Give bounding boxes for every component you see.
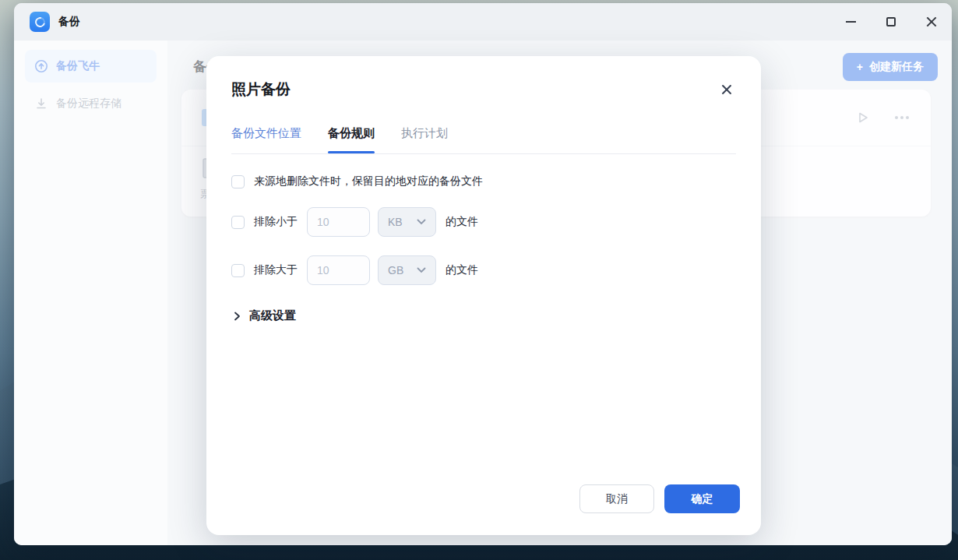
window-title: 备份 (58, 15, 80, 29)
window-controls (830, 3, 952, 41)
titlebar: 备份 (14, 3, 952, 41)
close-button[interactable] (911, 3, 952, 41)
maximize-button[interactable] (871, 3, 911, 41)
cancel-button[interactable]: 取消 (579, 484, 654, 513)
confirm-button[interactable]: 确定 (664, 484, 740, 513)
advanced-settings-toggle[interactable]: 高级设置 (231, 308, 736, 323)
exclude-large-unit-select[interactable]: GB (378, 255, 436, 285)
exclude-large-suffix: 的文件 (446, 263, 478, 277)
rule-exclude-small-row: 排除小于 KB 的文件 (231, 207, 736, 237)
dialog-header: 照片备份 (231, 79, 736, 100)
exclude-small-unit-select[interactable]: KB (378, 207, 436, 237)
dialog-footer: 取消 确定 (579, 484, 740, 513)
exclude-small-size-input[interactable] (307, 207, 370, 237)
maximize-icon (886, 17, 896, 26)
exclude-large-label: 排除大于 (254, 263, 298, 277)
photo-backup-dialog: 照片备份 备份文件位置 备份规则 执行计划 来源地删除文件时，保留目的地对应的备… (206, 56, 761, 535)
dialog-title: 照片备份 (231, 79, 291, 100)
exclude-large-size-input[interactable] (307, 255, 370, 285)
chevron-right-icon (231, 311, 242, 322)
close-icon (926, 16, 937, 27)
rule-keep-deleted-row: 来源地删除文件时，保留目的地对应的备份文件 (231, 174, 736, 188)
backup-app-icon (30, 12, 50, 32)
exclude-small-label: 排除小于 (254, 215, 298, 229)
dialog-close-button[interactable] (717, 80, 736, 99)
tab-backup-file-location[interactable]: 备份文件位置 (231, 126, 301, 153)
dialog-tabs: 备份文件位置 备份规则 执行计划 (231, 126, 736, 153)
tabs-divider (231, 153, 736, 154)
tab-execution-schedule[interactable]: 执行计划 (401, 126, 448, 153)
chevron-down-icon (417, 267, 426, 273)
minimize-icon (846, 21, 856, 23)
exclude-large-checkbox[interactable] (231, 264, 245, 277)
chevron-down-icon (417, 219, 426, 225)
exclude-small-checkbox[interactable] (231, 216, 245, 229)
minimize-button[interactable] (830, 3, 871, 41)
rule-exclude-large-row: 排除大于 GB 的文件 (231, 255, 736, 285)
keep-deleted-checkbox[interactable] (231, 175, 245, 188)
tab-backup-rules[interactable]: 备份规则 (328, 126, 375, 153)
advanced-settings-label: 高级设置 (249, 308, 296, 323)
exclude-small-suffix: 的文件 (446, 215, 478, 229)
keep-deleted-label: 来源地删除文件时，保留目的地对应的备份文件 (254, 174, 483, 188)
